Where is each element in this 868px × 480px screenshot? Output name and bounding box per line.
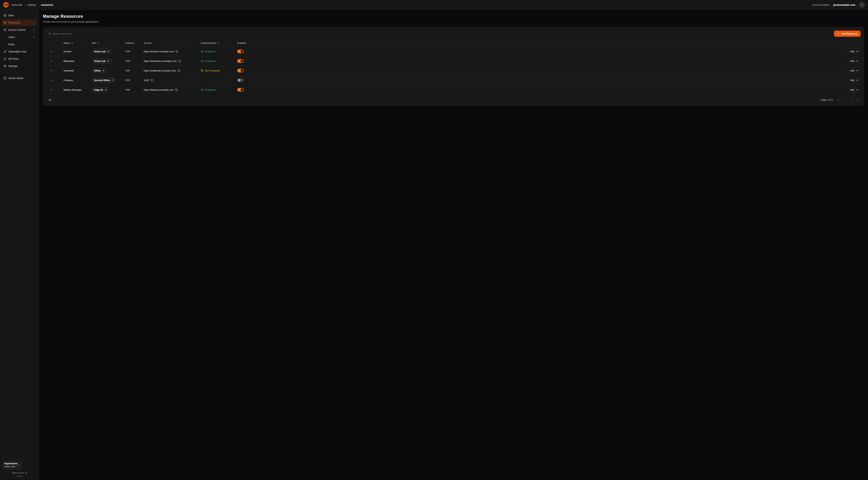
sidebar-item-api-keys[interactable]: API Keys (2, 56, 37, 62)
sidebar-item-sites[interactable]: Sites (2, 12, 37, 19)
auth-status: Protected (201, 60, 237, 62)
resource-protocol: TCP (125, 69, 144, 72)
last-page-button[interactable] (856, 97, 861, 102)
add-resource-button[interactable]: Add Resource (834, 31, 861, 37)
column-header-access: Access (144, 41, 201, 44)
site-link[interactable]: Office (92, 68, 107, 73)
resource-name: Bitwarden (63, 60, 92, 62)
enabled-toggle[interactable] (237, 79, 244, 82)
sidebar-item-users[interactable]: Users (2, 34, 37, 40)
sidebar-item-label: Settings (8, 65, 18, 67)
plus-icon (837, 32, 840, 35)
row-menu-button[interactable] (49, 68, 54, 73)
sidebar-item-server-admin[interactable]: Server Admin (2, 75, 37, 81)
sidebar-item-label: Roles (8, 43, 15, 46)
sidebar-item-label: Access Control (8, 28, 25, 31)
copy-button[interactable] (176, 50, 178, 53)
open-source-link[interactable]: Open Source (2, 472, 36, 474)
resource-table-body: Immich Home Lab TCP https://immich.examp… (46, 47, 861, 94)
edit-button[interactable]: Edit (848, 58, 861, 64)
copy-icon (151, 79, 153, 82)
copy-button[interactable] (178, 60, 181, 62)
shield-check-icon (201, 89, 204, 91)
row-menu-button[interactable] (49, 49, 54, 54)
topbar: home-lab settings resources Documentatio… (0, 0, 868, 10)
copy-button[interactable] (151, 79, 153, 82)
row-menu-button[interactable] (49, 58, 54, 63)
access-cell: https://authentik.example.com (144, 69, 201, 72)
external-link-icon (25, 472, 27, 474)
arrow-right-icon (856, 50, 858, 53)
access-cell: https://immich.example.com (144, 50, 201, 53)
sidebar-item-roles[interactable]: Roles (2, 41, 37, 48)
row-menu-button[interactable] (49, 87, 54, 92)
first-page-button[interactable] (836, 97, 841, 102)
enabled-toggle[interactable] (237, 59, 244, 63)
copy-button[interactable] (178, 69, 180, 72)
row-menu-cell (46, 58, 63, 63)
breadcrumb-settings[interactable]: settings (27, 3, 36, 6)
column-header-name[interactable]: Name (63, 41, 92, 44)
edit-button[interactable]: Edit (848, 68, 861, 73)
resource-name: Battery Manager (63, 89, 92, 91)
enabled-toggle[interactable] (237, 50, 244, 53)
enabled-toggle[interactable] (237, 88, 244, 92)
next-page-button[interactable] (849, 97, 854, 102)
resource-access: https://bitwarden.example.com (144, 60, 177, 62)
sidebar-item-access-control[interactable]: Access Control (2, 27, 37, 33)
avatar[interactable]: J (859, 2, 865, 8)
documentation-link[interactable]: Documentation (812, 3, 830, 6)
row-menu-button[interactable] (49, 78, 54, 83)
site-cell: Home Lab (92, 49, 125, 54)
org-selector-value: Home Lab (4, 465, 18, 468)
external-link-arrow-icon (107, 60, 109, 62)
site-pill-label: Second Office (94, 79, 110, 82)
site-pill-label: Edge 01 (94, 89, 103, 91)
chevrons-right-icon (857, 98, 859, 101)
enabled-toggle[interactable] (237, 69, 244, 72)
search-input[interactable] (46, 31, 106, 37)
previous-page-button[interactable] (842, 97, 847, 102)
resource-access: https://battery.example.com (144, 89, 174, 91)
site-link[interactable]: Edge 01 (92, 87, 109, 92)
auth-label: Not Protected (205, 69, 220, 72)
actions-cell: Edit (262, 49, 861, 54)
site-link[interactable]: Home Lab (92, 58, 112, 64)
edit-button[interactable]: Edit (848, 49, 861, 54)
site-link[interactable]: Second Office (92, 78, 116, 83)
column-header-authentication[interactable]: Authentication (201, 41, 237, 44)
arrow-right-icon (856, 60, 858, 62)
enabled-cell (237, 79, 262, 82)
shield-check-icon (201, 50, 204, 53)
site-cell: Edge 01 (92, 87, 125, 92)
edit-button[interactable]: Edit (848, 87, 861, 92)
edit-button-label: Edit (850, 50, 854, 53)
app-logo[interactable] (3, 2, 9, 8)
org-selector[interactable]: Organization Home Lab (2, 461, 22, 470)
auth-label: - (201, 79, 202, 82)
sites-grid-icon (4, 14, 6, 17)
actions-cell: Edit (262, 68, 861, 73)
sidebar: Sites Resources Access Control Users Rol… (0, 10, 39, 480)
sidebar-item-settings[interactable]: Settings (2, 63, 37, 69)
sidebar-item-resources[interactable]: Resources (2, 20, 37, 26)
resource-protocol: TCP (125, 60, 144, 62)
sidebar-item-shareable-links[interactable]: Shareable Links (2, 49, 37, 55)
page-size-select[interactable]: 20 (46, 97, 57, 102)
row-menu-cell (46, 49, 63, 54)
edit-button[interactable]: Edit (848, 78, 861, 83)
column-header-site[interactable]: Site (92, 41, 125, 44)
copy-button[interactable] (175, 89, 178, 91)
auth-label: Protected (205, 89, 215, 91)
chevrons-left-icon (837, 98, 840, 101)
user-email[interactable]: joe@example.com (833, 3, 855, 6)
breadcrumb-org[interactable]: home-lab (11, 3, 22, 6)
external-link-arrow-icon (104, 89, 107, 91)
copy-icon (178, 60, 181, 62)
table-toolbar: Add Resource (46, 31, 861, 37)
page-title: Manage Resources (43, 14, 864, 19)
site-link[interactable]: Home Lab (92, 49, 112, 54)
column-header-protocol: Protocol (125, 41, 144, 44)
site-pill-label: Office (94, 69, 101, 72)
users-icon (4, 28, 6, 31)
